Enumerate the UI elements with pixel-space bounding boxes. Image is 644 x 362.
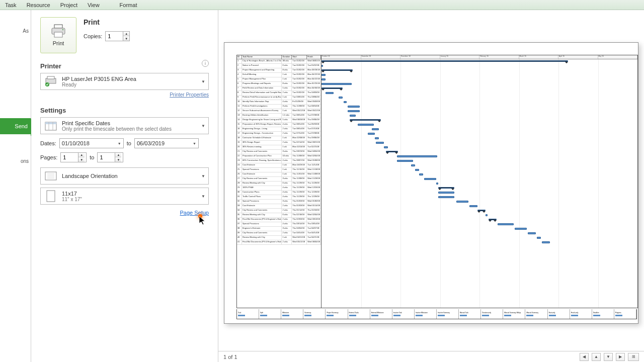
chevron-down-icon[interactable]: ▼	[78, 157, 85, 162]
page-from-input[interactable]	[61, 154, 78, 160]
chevron-down-icon: ▼	[201, 194, 205, 199]
gantt-bar	[321, 65, 323, 67]
table-row: 14Design Engineering for Sewer Lining an…	[237, 118, 321, 123]
backstage-nav: As Send ons	[0, 10, 31, 362]
print-scope-dropdown[interactable]: Print Specific Dates Only print the time…	[40, 117, 209, 134]
svg-rect-0	[54, 25, 62, 28]
table-row: 29100% PS&E4 wksThu 11/28/18Wed 12/26/18	[237, 186, 321, 191]
svg-rect-5	[47, 76, 54, 79]
gantt-header-row: ID Task Name Duration Start Finish	[237, 55, 321, 59]
gantt-bar	[528, 232, 536, 234]
page-to-input[interactable]	[98, 154, 115, 160]
calendar-range-icon	[44, 120, 58, 132]
nav-item-options[interactable]: ons	[0, 154, 31, 168]
page-setup-link[interactable]: Page Setup	[40, 210, 209, 216]
gantt-bar	[321, 87, 343, 89]
date-to-input[interactable]: 06/03/2019▼	[134, 138, 199, 148]
gantt-bar	[438, 192, 454, 194]
gantt-legend: TaskSplitMilestoneSummaryProject Summary…	[236, 309, 637, 319]
scroll-down-button[interactable]: ▼	[604, 353, 613, 361]
gantt-bar	[436, 183, 438, 185]
printer-section-title: Printer	[40, 62, 61, 70]
printer-status: Ready	[62, 82, 205, 87]
copies-label: Copies:	[84, 33, 102, 39]
chevron-up-icon[interactable]: ▲	[115, 153, 121, 157]
pages-to-label: to	[90, 154, 94, 160]
chevron-down-icon[interactable]: ▼	[123, 36, 129, 41]
paper-title: 11x17	[62, 191, 205, 197]
svg-rect-15	[47, 191, 55, 202]
nav-item-save-send[interactable]: Send	[0, 118, 31, 134]
scroll-up-button[interactable]: ▲	[592, 353, 601, 361]
dates-label: Dates:	[40, 140, 56, 146]
table-row: 17Engineering Design - Construction2 wks…	[237, 132, 321, 136]
table-row: 31Traffic Control Plans4 wksThu 11/28/18…	[237, 195, 321, 200]
gantt-bar	[498, 223, 514, 225]
gantt-bar	[321, 78, 326, 80]
gantt-bar	[321, 60, 568, 62]
printer-icon	[50, 24, 66, 38]
gantt-bar	[326, 92, 334, 94]
ribbon-tabs: Task Resource Project View Format	[0, 0, 644, 10]
print-button[interactable]: Print	[40, 17, 76, 53]
gantt-bar	[368, 133, 375, 135]
pages-label: Pages:	[40, 154, 57, 160]
chevron-up-icon[interactable]: ▲	[123, 32, 129, 36]
gantt-task-table: ID Task Name Duration Start Finish 1City…	[237, 55, 321, 308]
printer-status-icon	[44, 75, 58, 87]
table-row: 10Identify Data Information Gap4 wksFri …	[237, 100, 321, 105]
chevron-down-icon: ▼	[201, 174, 205, 178]
page-from-spinner[interactable]: ▲▼	[60, 152, 87, 162]
ribbon-tab-project[interactable]: Project	[55, 1, 83, 9]
page-to-spinner[interactable]: ▲▼	[97, 152, 123, 162]
gantt-bar	[397, 160, 413, 162]
prev-page-button[interactable]: ◀	[580, 353, 589, 361]
table-row: 35Review Meeting with City0 wksThu 02/18…	[237, 213, 321, 218]
gantt-bar	[375, 137, 379, 139]
table-row: 5Project Management Plan1 wkTue 01/02/18…	[237, 77, 321, 82]
preview-page: ID Task Name Duration Start Finish 1City…	[224, 42, 638, 324]
printer-properties-link[interactable]: Printer Properties	[40, 92, 209, 98]
printer-dropdown[interactable]: HP LaserJet P3015 ENG Area Ready ▼	[40, 73, 209, 90]
settings-section-title: Settings	[40, 107, 209, 114]
table-row: 34City Review and Comments2 wksThu 01/14…	[237, 209, 321, 213]
gantt-bar	[344, 101, 347, 103]
orientation-dropdown[interactable]: Landscape Orientation ▼	[40, 167, 209, 185]
gantt-bar	[542, 241, 550, 243]
chevron-down-icon[interactable]: ▼	[115, 157, 121, 162]
chevron-up-icon[interactable]: ▲	[78, 153, 85, 157]
chevron-down-icon: ▼	[193, 142, 196, 145]
zoom-mode-button[interactable]: ⊞	[628, 353, 639, 361]
table-row: 32Special Provisions3 wksThu 01/03/18Wed…	[237, 200, 321, 204]
chevron-down-icon: ▼	[201, 124, 205, 128]
table-row: 41Final Bid Documents (PS & Engineer's E…	[237, 240, 321, 245]
gantt-bar	[358, 124, 374, 126]
gantt-bar	[456, 201, 468, 203]
info-icon[interactable]: i	[202, 60, 209, 67]
ribbon-tab-view[interactable]: View	[83, 1, 105, 9]
table-row: 7Field Review and Data Information5 wksT…	[237, 86, 321, 91]
page-counter: 1 of 1	[223, 354, 237, 360]
gantt-bar	[515, 228, 527, 230]
gantt-bar	[339, 97, 343, 99]
next-page-button[interactable]: ▶	[616, 353, 625, 361]
ribbon-tab-task[interactable]: Task	[0, 1, 22, 9]
print-heading: Print	[84, 18, 209, 26]
ribbon-tab-format[interactable]: Format	[115, 1, 142, 9]
paper-size-dropdown[interactable]: 11x17 11" x 17" ▼	[40, 188, 209, 205]
table-row: 24Cost Estimate1 wkMon 04/29/18Tue 11/14…	[237, 163, 321, 168]
copies-spinner[interactable]: ▲▼	[105, 31, 130, 41]
svg-rect-8	[45, 122, 56, 124]
ribbon-tab-resource[interactable]: Resource	[22, 1, 55, 9]
table-row: 2360% Construction Drawing, Specificatio…	[237, 159, 321, 163]
copies-input[interactable]	[106, 33, 123, 39]
nav-item-save-as[interactable]: As	[0, 24, 31, 38]
table-row: 38Engineer's Estimate3 wksThu 04/04/18Tu…	[237, 227, 321, 231]
table-row: 36Final Bid Documents (PS & Engineer's E…	[237, 218, 321, 222]
date-from-input[interactable]: 01/10/2018▼	[59, 138, 124, 148]
gantt-bar	[397, 155, 437, 157]
table-row: 11Perform Field Investigations3 wksThu 1…	[237, 105, 321, 109]
table-row: 27City Review and Comments3 wksThu 11/08…	[237, 177, 321, 182]
table-row: 9Perform Field Reconnaissance to verify …	[237, 96, 321, 100]
table-row: 33Cost Estimate2 wksThu 01/03/18Wed 01/1…	[237, 204, 321, 209]
